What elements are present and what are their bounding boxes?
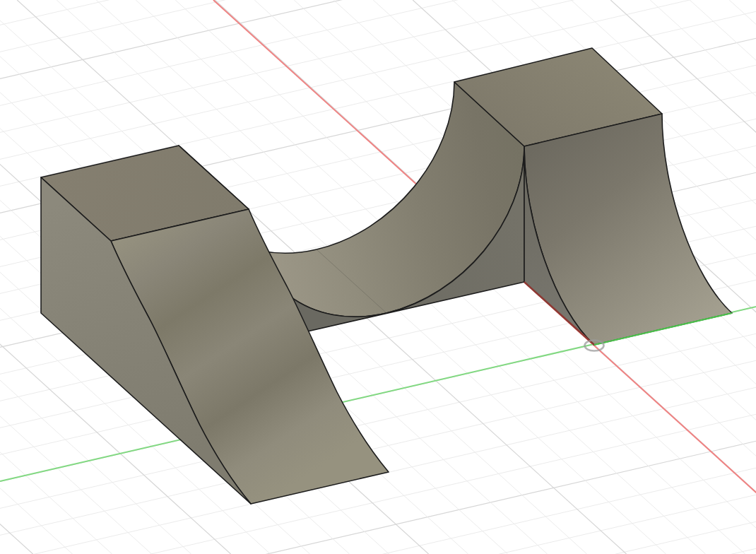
grid-line [0, 548, 756, 554]
grid-line [0, 0, 756, 52]
grid-line [0, 468, 756, 554]
cad-viewport[interactable] [0, 0, 756, 554]
grid-line [0, 521, 756, 554]
viewport-canvas[interactable] [0, 0, 756, 554]
grid-line [0, 0, 756, 78]
grid-line [0, 495, 756, 554]
grid-line [0, 0, 756, 25]
grid-line [0, 360, 756, 535]
